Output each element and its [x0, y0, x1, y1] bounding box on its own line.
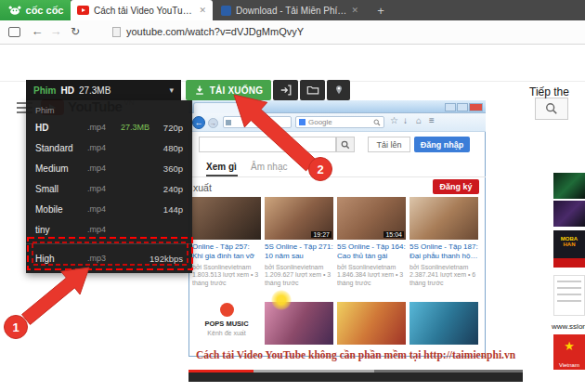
- video-player[interactable]: + ← → Google ☆ ↓ ⌂ ≡ Tải lên Đăng nhập: [182, 82, 527, 383]
- signin-button: Đăng nhập: [414, 137, 470, 152]
- recorded-tab: [193, 102, 245, 113]
- upnext-text-block: [553, 275, 585, 316]
- location-pin-icon: [333, 85, 344, 96]
- tab-download[interactable]: Download - Tải Miễn Phí VN - Phiê ✕: [214, 0, 365, 20]
- download-icon: [194, 85, 205, 96]
- video-thumbnail: [337, 302, 406, 345]
- browser-window: cốc cốc Cách tải Video YouTube không cầ …: [0, 0, 585, 392]
- video-byline: bởi Ssonlinevietnam: [337, 264, 406, 270]
- youtube-header: YouTube VN: [0, 45, 585, 82]
- download-format-selector[interactable]: Phim HD 27.3MB ▾: [26, 80, 181, 100]
- url-text[interactable]: youtube.com/watch?v=dVJDgMmQvyY: [126, 26, 304, 37]
- flag-star-icon: ★: [553, 334, 585, 359]
- close-window-icon: [469, 103, 483, 111]
- upnext-thumbnail-3[interactable]: MOBA HAN: [553, 230, 585, 268]
- back-icon[interactable]: ←: [30, 24, 45, 38]
- tab-title: Cách tải Video YouTube không cầ: [94, 6, 194, 16]
- search-icon: [545, 102, 558, 115]
- menu-section-label: Phim: [26, 103, 192, 117]
- chevron-down-icon: ▾: [169, 85, 174, 95]
- tab-title: Download - Tải Miễn Phí VN - Phiê: [236, 6, 346, 16]
- downloads-icon: ↓: [403, 115, 408, 125]
- open-in-player-button[interactable]: [273, 80, 298, 100]
- format-option-small[interactable]: Small .mp4 240p: [26, 178, 192, 199]
- video-title: 5S Online - Tập 187: Đại phẫu thanh hội …: [410, 242, 478, 262]
- step-1-number: 1: [12, 320, 19, 334]
- step-1-arrow: [22, 268, 90, 324]
- selected-size: 27.3MB: [79, 85, 110, 96]
- thumb-text: MOBA: [553, 230, 585, 242]
- close-icon[interactable]: ✕: [351, 6, 358, 15]
- tab-strip: cốc cốc Cách tải Video YouTube không cầ …: [0, 0, 585, 20]
- duration-badge: 19:27: [311, 231, 332, 238]
- player-control-bar[interactable]: [188, 370, 523, 382]
- thumb-banner: [553, 258, 585, 268]
- subscribe-button: Đăng ký: [433, 179, 479, 194]
- video-thumbnail: [410, 197, 478, 240]
- video-card: Online - Tập 257: Khi gia đình tan vỡ bở…: [192, 197, 261, 288]
- search-button[interactable]: [535, 98, 568, 120]
- reload-icon[interactable]: ↻: [68, 25, 83, 38]
- video-card-row: Online - Tập 257: Khi gia đình tan vỡ bở…: [192, 197, 478, 288]
- home-icon: ⌂: [416, 115, 422, 125]
- recorded-youtube-search-button: [336, 137, 355, 152]
- tab-music: Âm nhạc: [251, 162, 287, 172]
- recorded-address-field: [223, 116, 292, 128]
- location-button[interactable]: [327, 80, 350, 100]
- video-byline: bởi Ssonlinevietnam: [410, 264, 478, 270]
- brand-label: cốc cốc: [26, 5, 64, 16]
- channel-subtitle: Kênh đề xuất: [192, 330, 261, 336]
- google-label: Google: [308, 118, 370, 126]
- video-card: 19:27 5S Online - Tập 271: 10 năm sau bở…: [265, 197, 333, 288]
- forward-icon[interactable]: →: [48, 24, 63, 38]
- recorded-newtab-icon: +: [249, 104, 261, 112]
- video-card: 15:04 5S Online - Tập 164: Cao thủ tán g…: [337, 197, 406, 288]
- import-icon: [280, 84, 292, 97]
- upnext-thumbnail-4[interactable]: ★ Vietnam: [553, 334, 585, 370]
- tab-what-to-watch: Xem gì: [206, 162, 237, 172]
- close-icon[interactable]: ✕: [199, 6, 206, 15]
- search-icon: [373, 119, 381, 126]
- google-icon: [299, 119, 306, 125]
- upnext-thumbnail-1[interactable]: [553, 173, 585, 199]
- video-caption: Cách tải Video YouTube không cần phần mề…: [188, 349, 523, 360]
- crab-icon: [7, 5, 22, 16]
- bookmark-star-icon: ☆: [390, 115, 398, 125]
- upnext-thumbnail-2[interactable]: [553, 201, 585, 227]
- video-stats: 1.209.627 lượt xem • 3 tháng trước: [265, 271, 333, 288]
- recorded-back-icon: ←: [192, 116, 205, 129]
- download-button[interactable]: TẢI XUỐNG: [186, 80, 271, 100]
- upload-button: Tải lên: [368, 137, 410, 152]
- recorded-youtube-search-field: [199, 137, 336, 152]
- video-thumbnail: 15:04: [337, 197, 406, 240]
- tab-youtube[interactable]: Cách tải Video YouTube không cầ ✕: [71, 0, 213, 20]
- format-option-standard[interactable]: Standard .mp4 480p: [26, 137, 192, 158]
- thumb-text: HAN: [553, 242, 585, 247]
- video-title: Online - Tập 257: Khi gia đình tan vỡ: [192, 242, 261, 262]
- video-byline: bởi Ssonlinevietnam: [265, 264, 333, 270]
- video-thumbnail: [192, 197, 261, 240]
- format-option-medium[interactable]: Medium .mp4 360p: [26, 158, 192, 178]
- selected-type: Phim: [33, 85, 56, 96]
- video-stats: 2.387.241 lượt xem • 6 tháng trước: [410, 271, 478, 288]
- format-option-high-mp3[interactable]: High .mp3 192kbps: [26, 248, 192, 268]
- format-option-hd[interactable]: HD .mp4 27.3MB 720p: [26, 117, 192, 137]
- duration-badge: 15:04: [384, 231, 404, 238]
- download-button-label: TẢI XUỐNG: [210, 85, 263, 96]
- format-option-tiny[interactable]: tiny .mp4: [26, 219, 192, 240]
- menu-divider: [26, 243, 192, 244]
- selected-quality: HD: [60, 85, 73, 96]
- coccoc-menu-button[interactable]: cốc cốc: [0, 0, 71, 20]
- second-video-row: POPS MUSIC Kênh đề xuất: [192, 302, 478, 345]
- channel-name: POPS MUSIC: [192, 320, 261, 328]
- new-tab-button[interactable]: +: [370, 0, 391, 20]
- flag-label: Vietnam: [553, 362, 585, 368]
- open-folder-button[interactable]: [300, 80, 325, 100]
- window-icon[interactable]: [8, 27, 20, 37]
- format-option-mobile[interactable]: Mobile .mp4 144p: [26, 199, 192, 219]
- upnext-link-text: www.sslon: [552, 322, 585, 331]
- divider: [188, 176, 486, 177]
- recorded-forward-icon: →: [208, 118, 218, 128]
- click-highlight: [271, 290, 292, 310]
- channel-card: POPS MUSIC Kênh đề xuất: [192, 302, 261, 345]
